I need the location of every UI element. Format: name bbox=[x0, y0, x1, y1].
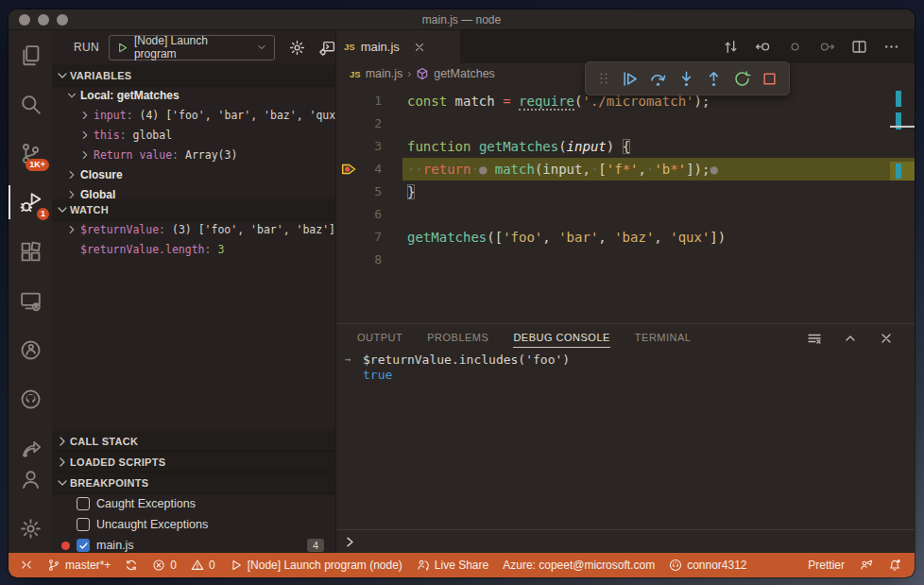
next-change-button[interactable] bbox=[819, 39, 835, 55]
gutter[interactable]: 6 bbox=[336, 203, 402, 226]
gear-icon[interactable] bbox=[289, 40, 305, 56]
variables-section-header[interactable]: VARIABLES bbox=[52, 65, 335, 85]
statusbar-azure-account[interactable]: Azure: copeet@microsoft.com bbox=[503, 559, 655, 572]
minimize-window-button[interactable] bbox=[38, 14, 49, 26]
step-into-button[interactable] bbox=[677, 70, 695, 88]
call-stack-section-header[interactable]: CALL STACK bbox=[52, 431, 335, 451]
code-line-5[interactable]: 5} bbox=[336, 181, 915, 203]
code-text[interactable]: function getMatches(input) { bbox=[402, 135, 915, 158]
statusbar-github-account[interactable]: connor4312 bbox=[669, 559, 746, 572]
start-debug-icon[interactable] bbox=[116, 42, 128, 54]
variable-row[interactable]: input: (4) ['foo', 'bar', 'baz', 'qux'] bbox=[52, 105, 335, 125]
chevron-down-icon[interactable] bbox=[65, 89, 78, 102]
activity-item-extensions[interactable] bbox=[9, 227, 52, 276]
activity-item-search[interactable] bbox=[9, 79, 52, 129]
activity-item-accounts[interactable] bbox=[9, 455, 52, 504]
chevron-right-icon[interactable] bbox=[78, 148, 92, 162]
variable-row[interactable]: this: global bbox=[52, 125, 335, 145]
code-line-8[interactable]: 8 bbox=[336, 249, 915, 271]
breakpoint-row[interactable]: Caught Exceptions bbox=[52, 493, 335, 514]
variable-row[interactable]: $returnValue.length: 3 bbox=[52, 239, 335, 259]
chevron-right-icon[interactable] bbox=[65, 168, 78, 181]
activity-item-explorer[interactable] bbox=[9, 30, 52, 79]
gutter[interactable]: 7 bbox=[336, 226, 402, 249]
chevron-right-icon[interactable] bbox=[65, 223, 78, 236]
code-text[interactable]: } bbox=[402, 181, 915, 203]
activity-item-live-share[interactable] bbox=[9, 325, 52, 374]
code-text[interactable]: getMatches(['foo', 'bar', 'baz', 'qux']) bbox=[402, 226, 915, 249]
code-line-7[interactable]: 7getMatches(['foo', 'bar', 'baz', 'qux']… bbox=[336, 226, 915, 249]
code-editor[interactable]: 1const match = require('./micromatch');2… bbox=[336, 84, 915, 323]
launch-config-dropdown[interactable]: [Node] Launch program bbox=[109, 35, 275, 60]
panel-tab-problems[interactable]: PROBLEMS bbox=[427, 332, 488, 345]
activity-item-run-and-debug[interactable]: 1 bbox=[9, 178, 52, 227]
gutter[interactable]: 5 bbox=[336, 181, 402, 203]
loaded-scripts-section-header[interactable]: LOADED SCRIPTS bbox=[52, 452, 335, 472]
more-actions-button[interactable] bbox=[883, 39, 899, 55]
statusbar-sync[interactable] bbox=[125, 559, 138, 572]
panel-tab-debug-console[interactable]: DEBUG CONSOLE bbox=[513, 332, 609, 348]
split-editor-button[interactable] bbox=[851, 39, 867, 55]
drag-grip-button[interactable] bbox=[596, 71, 611, 86]
watch-section-header[interactable]: WATCH bbox=[52, 199, 335, 219]
previous-change-button[interactable] bbox=[755, 39, 771, 55]
activity-item-settings[interactable] bbox=[9, 504, 52, 553]
code-line-4[interactable]: 4··return·● match(input,·['f*',·'b*']);● bbox=[336, 158, 915, 181]
breakpoint-row[interactable]: Uncaught Exceptions bbox=[52, 514, 335, 535]
gutter[interactable]: 1 bbox=[336, 90, 402, 112]
activity-item-source-control[interactable]: 1K+ bbox=[9, 129, 52, 178]
clear-console-button[interactable] bbox=[807, 331, 822, 346]
stop-button[interactable] bbox=[761, 70, 779, 88]
step-over-button[interactable] bbox=[649, 70, 667, 88]
panel-tab-output[interactable]: OUTPUT bbox=[357, 332, 402, 345]
current-change-button[interactable] bbox=[787, 39, 803, 55]
checkbox[interactable] bbox=[77, 497, 90, 510]
statusbar-feedback[interactable] bbox=[860, 559, 873, 572]
step-out-button[interactable] bbox=[705, 70, 723, 88]
gutter[interactable]: 2 bbox=[336, 112, 402, 135]
chevron-right-icon[interactable] bbox=[65, 188, 78, 200]
variable-row[interactable]: $returnValue: (3) ['foo', 'bar', 'baz'] bbox=[52, 219, 335, 239]
statusbar-errors[interactable]: 0 bbox=[152, 559, 177, 572]
variable-row[interactable]: Local: getMatches bbox=[52, 85, 335, 105]
breadcrumb-symbol[interactable]: getMatches bbox=[434, 67, 495, 80]
statusbar-notifications[interactable] bbox=[888, 559, 901, 572]
checkbox[interactable] bbox=[77, 518, 90, 531]
statusbar-warnings[interactable]: 0 bbox=[191, 559, 215, 572]
code-line-6[interactable]: 6 bbox=[336, 203, 915, 226]
chevron-right-icon[interactable] bbox=[78, 129, 92, 142]
variable-row[interactable]: Global bbox=[52, 184, 335, 199]
code-line-3[interactable]: 3function getMatches(input) { bbox=[336, 135, 915, 158]
activity-item-remote-explorer[interactable] bbox=[9, 276, 52, 325]
statusbar-formatter[interactable]: Prettier bbox=[808, 559, 845, 572]
restart-button[interactable] bbox=[733, 70, 751, 88]
gutter[interactable]: 4 bbox=[336, 158, 402, 181]
debug-console-icon[interactable] bbox=[319, 40, 335, 56]
checkbox-checked[interactable] bbox=[77, 539, 90, 552]
compare-changes-button[interactable] bbox=[723, 39, 739, 55]
close-panel-button[interactable] bbox=[879, 331, 894, 346]
breadcrumb-file[interactable]: main.js bbox=[366, 67, 403, 80]
panel-tab-terminal[interactable]: TERMINAL bbox=[635, 332, 692, 345]
statusbar-live-share[interactable]: Live Share bbox=[417, 559, 488, 572]
variable-row[interactable]: Closure bbox=[52, 164, 335, 184]
continue-button[interactable] bbox=[621, 70, 639, 88]
code-text[interactable]: ··return·● match(input,·['f*',·'b*']);● bbox=[402, 158, 915, 181]
breakpoint-row[interactable]: main.js4 bbox=[52, 535, 335, 553]
statusbar-debug-target[interactable]: [Node] Launch program (node) bbox=[230, 559, 402, 572]
close-window-button[interactable] bbox=[19, 14, 30, 26]
maximize-panel-button[interactable] bbox=[843, 331, 858, 346]
variable-row[interactable]: Return value: Array(3) bbox=[52, 145, 335, 164]
code-line-2[interactable]: 2 bbox=[336, 112, 915, 135]
statusbar-git-branch[interactable]: master*+ bbox=[47, 559, 111, 572]
tab-main-js[interactable]: JS main.js bbox=[336, 30, 460, 63]
activity-item-github[interactable] bbox=[9, 374, 52, 423]
statusbar-remote-indicator[interactable] bbox=[20, 559, 33, 572]
zoom-window-button[interactable] bbox=[57, 14, 68, 26]
gutter[interactable]: 3 bbox=[336, 135, 402, 158]
gutter[interactable]: 8 bbox=[336, 249, 402, 271]
close-tab-icon[interactable] bbox=[413, 41, 426, 54]
breakpoints-section-header[interactable]: BREAKPOINTS bbox=[52, 473, 335, 492]
debug-console-input[interactable] bbox=[336, 529, 915, 553]
chevron-right-icon[interactable] bbox=[78, 109, 92, 122]
